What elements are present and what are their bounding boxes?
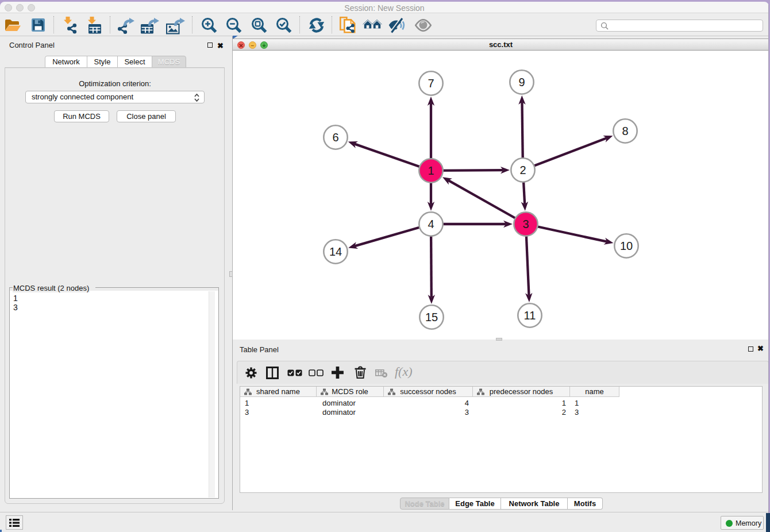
svg-text:9: 9 <box>518 76 525 88</box>
svg-text:2: 2 <box>519 164 526 176</box>
svg-text:15: 15 <box>425 311 438 323</box>
svg-text:14: 14 <box>329 245 342 258</box>
svg-text:7: 7 <box>428 77 434 90</box>
svg-text:3: 3 <box>522 218 529 230</box>
svg-text:4: 4 <box>428 218 434 230</box>
svg-text:11: 11 <box>524 309 536 322</box>
svg-text:6: 6 <box>332 131 338 144</box>
svg-text:1: 1 <box>428 164 434 177</box>
svg-text:10: 10 <box>620 240 633 252</box>
svg-text:8: 8 <box>622 125 628 137</box>
